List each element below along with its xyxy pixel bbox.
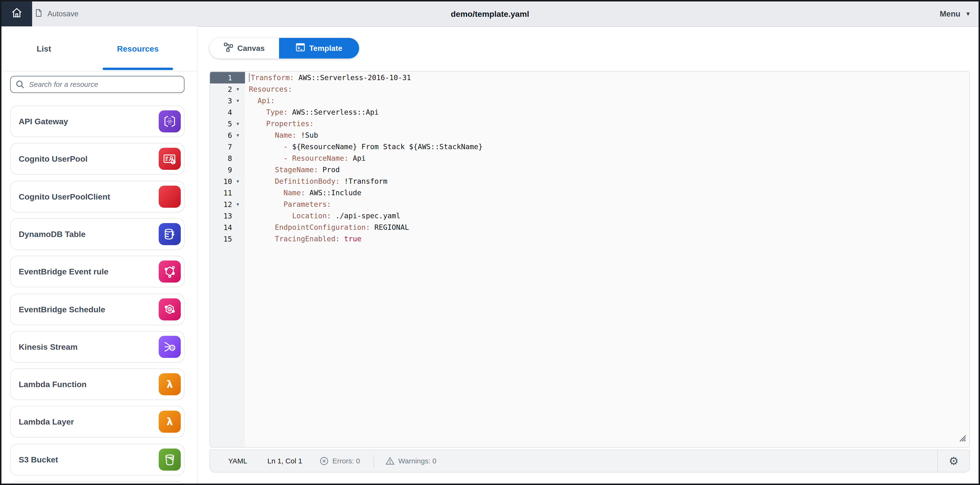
editor-line-13[interactable]: 13 Location: ./api-spec.yaml xyxy=(210,210,969,222)
editor-lines: 1Transform: AWS::Serverless-2016-10-312▼… xyxy=(210,72,969,245)
menu-button[interactable]: Menu ▼ xyxy=(940,2,971,26)
resource-card-lambda-function[interactable]: Lambda Functionλ xyxy=(10,369,185,400)
editor-line-1[interactable]: 1Transform: AWS::Serverless-2016-10-31 xyxy=(210,72,969,83)
tab-template[interactable]: Template xyxy=(279,38,359,59)
eventbridge-schedule-icon xyxy=(159,298,181,321)
error-icon xyxy=(320,456,329,466)
line-number[interactable]: 15 xyxy=(210,235,232,243)
chevron-down-icon: ▼ xyxy=(965,11,971,17)
fold-toggle-icon[interactable]: ▼ xyxy=(232,87,243,91)
resource-card-cognito-userpool-client[interactable]: Cognito UserPoolClient xyxy=(10,181,185,212)
gutter-cell[interactable]: 15 xyxy=(210,233,245,245)
code-text: - ResourceName: Api xyxy=(245,153,366,164)
gutter-cell[interactable]: 6▼ xyxy=(210,129,245,141)
gutter-cell[interactable]: 10▼ xyxy=(210,175,245,187)
code-text: - ${ResourceName} From Stack ${AWS::Stac… xyxy=(245,141,482,153)
editor-line-9[interactable]: 9 StageName: Prod xyxy=(210,164,969,175)
line-number[interactable]: 3 xyxy=(210,97,232,105)
line-number[interactable]: 4 xyxy=(210,108,232,116)
template-label: Template xyxy=(309,44,342,53)
editor-line-15[interactable]: 15 TracingEnabled: true xyxy=(210,233,969,245)
gutter-cell[interactable]: 13 xyxy=(210,210,245,222)
text-cursor xyxy=(249,73,250,82)
gutter-cell[interactable]: 11 xyxy=(210,187,245,199)
line-number[interactable]: 9 xyxy=(210,166,232,174)
line-number[interactable]: 13 xyxy=(210,212,232,220)
resource-label: EventBridge Schedule xyxy=(11,305,159,314)
editor-line-14[interactable]: 14 EndpointConfiguration: REGIONAL xyxy=(210,222,969,233)
editor-line-5[interactable]: 5▼ Properties: xyxy=(210,118,969,129)
line-number[interactable]: 6 xyxy=(210,131,232,140)
svg-text:</>: </> xyxy=(167,120,173,123)
editor-line-11[interactable]: 11 Name: AWS::Include xyxy=(210,187,969,199)
resource-card-eventbridge-event-rule[interactable]: EventBridge Event rule xyxy=(10,256,185,287)
gutter-cell[interactable]: 1 xyxy=(210,72,245,83)
settings-button[interactable]: ⚙ xyxy=(937,450,969,472)
line-number[interactable]: 7 xyxy=(210,143,232,151)
gutter-cell[interactable]: 7 xyxy=(210,141,245,153)
resource-list: API Gateway</>Cognito UserPoolCognito Us… xyxy=(2,26,197,483)
editor-line-7[interactable]: 7 - ${ResourceName} From Stack ${AWS::St… xyxy=(210,141,969,153)
fold-toggle-icon[interactable]: ▼ xyxy=(232,133,243,137)
resource-card-lambda-layer[interactable]: Lambda Layerλ xyxy=(10,406,185,437)
line-number[interactable]: 1 xyxy=(210,73,232,82)
gutter-cell[interactable]: 9 xyxy=(210,164,245,175)
resource-card-kinesis-stream[interactable]: Kinesis Stream xyxy=(10,331,185,363)
app-window: Autosave demo/template.yaml Menu ▼ List … xyxy=(0,0,980,485)
line-number[interactable]: 11 xyxy=(210,189,232,197)
line-number[interactable]: 10 xyxy=(210,177,232,186)
fold-toggle-icon[interactable]: ▼ xyxy=(232,99,243,103)
fold-toggle-icon[interactable]: ▼ xyxy=(232,121,243,126)
editor-line-6[interactable]: 6▼ Name: !Sub xyxy=(210,129,969,141)
code-editor[interactable]: 1Transform: AWS::Serverless-2016-10-312▼… xyxy=(210,71,970,448)
editor-line-12[interactable]: 12▼ Parameters: xyxy=(210,199,969,210)
editor-line-3[interactable]: 3▼ Api: xyxy=(210,95,969,107)
gear-icon: ⚙ xyxy=(948,456,958,466)
gutter-cell[interactable]: 4 xyxy=(210,107,245,118)
editor-line-10[interactable]: 10▼ DefinitionBody: !Transform xyxy=(210,175,969,187)
gutter-cell[interactable]: 12▼ xyxy=(210,199,245,210)
resource-label: Cognito UserPoolClient xyxy=(11,192,159,201)
line-number[interactable]: 12 xyxy=(210,200,232,209)
cognito-userpool-icon xyxy=(159,148,181,170)
resource-label: Kinesis Stream xyxy=(11,342,159,352)
cursor-position: Ln 1, Col 1 xyxy=(267,457,302,465)
resource-label: API Gateway xyxy=(11,117,159,126)
api-gateway-icon: </> xyxy=(159,110,181,132)
line-number[interactable]: 2 xyxy=(210,85,232,94)
editor-line-8[interactable]: 8 - ResourceName: Api xyxy=(210,153,969,164)
resource-card-api-gateway[interactable]: API Gateway</> xyxy=(10,105,185,137)
line-number[interactable]: 8 xyxy=(210,154,232,163)
resource-card-cognito-userpool[interactable]: Cognito UserPool xyxy=(10,143,185,175)
line-number[interactable]: 14 xyxy=(210,223,232,232)
code-text: Transform: AWS::Serverless-2016-10-31 xyxy=(245,72,411,83)
view-toggle: Canvas Template xyxy=(210,38,359,59)
canvas-label: Canvas xyxy=(237,44,265,53)
resource-card-eventbridge-schedule[interactable]: EventBridge Schedule xyxy=(10,294,185,325)
gutter-cell[interactable]: 8 xyxy=(210,153,245,164)
code-text: DefinitionBody: !Transform xyxy=(245,175,387,187)
status-bar-main: YAML Ln 1, Col 1 Errors: 0 Warnings: 0 xyxy=(210,455,937,467)
gutter-cell[interactable]: 3▼ xyxy=(210,95,245,107)
kinesis-stream-icon xyxy=(159,336,181,358)
code-text: EndpointConfiguration: REGIONAL xyxy=(245,222,409,233)
cognito-userpool-client-icon xyxy=(159,186,181,208)
gutter-cell[interactable]: 14 xyxy=(210,222,245,233)
code-text: Parameters: xyxy=(245,199,331,210)
editor-line-2[interactable]: 2▼Resources: xyxy=(210,83,969,95)
resource-card-dynamodb-table[interactable]: DynamoDB Table xyxy=(10,218,185,250)
resource-card-s3-bucket[interactable]: S3 Bucket xyxy=(10,444,185,475)
fold-toggle-icon[interactable]: ▼ xyxy=(232,202,243,206)
resource-label: Lambda Layer xyxy=(11,417,159,426)
line-number[interactable]: 5 xyxy=(210,120,232,128)
gutter-cell[interactable]: 2▼ xyxy=(210,83,245,95)
svg-text:λ: λ xyxy=(167,416,173,428)
editor-line-4[interactable]: 4 Type: AWS::Serverless::Api xyxy=(210,107,969,118)
resource-card-partial[interactable] xyxy=(10,481,185,485)
tab-canvas[interactable]: Canvas xyxy=(210,38,279,59)
gutter-cell[interactable]: 5▼ xyxy=(210,118,245,129)
top-bar: Autosave demo/template.yaml Menu ▼ xyxy=(2,2,978,27)
fold-toggle-icon[interactable]: ▼ xyxy=(232,179,243,183)
code-text: Location: ./api-spec.yaml xyxy=(245,210,400,222)
resize-handle-icon[interactable] xyxy=(957,433,967,444)
